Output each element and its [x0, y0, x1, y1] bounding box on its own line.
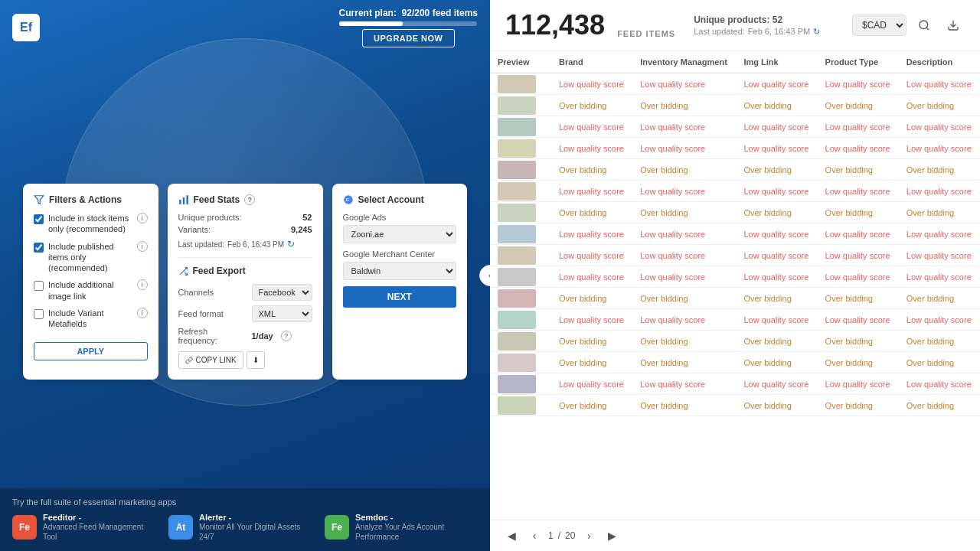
- plan-label: Current plan:: [339, 8, 397, 18]
- table-row: Low quality score Low quality score Low …: [490, 245, 980, 266]
- svg-text:G: G: [345, 197, 349, 202]
- app-text: Feeditor - Advanced Feed Management Tool: [43, 513, 150, 542]
- search-icon: [918, 19, 930, 31]
- right-feed-count: 112,438: [505, 9, 605, 41]
- svg-rect-2: [182, 197, 184, 204]
- stats-card-title: Feed Stats ?: [178, 194, 312, 205]
- description-cell: Low quality score: [899, 266, 980, 288]
- channels-select[interactable]: Facebook: [252, 284, 312, 301]
- img-link-cell: Low quality score: [736, 266, 817, 288]
- upgrade-button[interactable]: UPGRADE NOW: [362, 29, 454, 47]
- filter-info-icon[interactable]: i: [137, 241, 148, 252]
- description-cell: Low quality score: [899, 245, 980, 266]
- app-item[interactable]: Fe Feeditor - Advanced Feed Management T…: [12, 513, 150, 542]
- google-ads-select[interactable]: Zooni.ae: [343, 225, 457, 243]
- app-name: Semdoc -: [355, 513, 462, 522]
- app-item[interactable]: Fe Semdoc - Analyze Your Ads Account Per…: [325, 513, 462, 542]
- brand-cell: Over bidding: [551, 288, 632, 309]
- download-icon: [947, 19, 959, 31]
- filter-checkbox[interactable]: [34, 243, 44, 253]
- app-icon: Fe: [12, 515, 37, 540]
- filter-checkbox[interactable]: [34, 309, 44, 319]
- next-button[interactable]: NEXT: [343, 286, 457, 308]
- brand-cell: Over bidding: [551, 95, 632, 116]
- brand-cell: Over bidding: [551, 159, 632, 181]
- preview-cell: [490, 395, 551, 416]
- brand-cell: Low quality score: [551, 245, 632, 266]
- product-type-cell: Low quality score: [818, 309, 899, 331]
- right-unique-label: Unique products:: [694, 15, 769, 25]
- table-row: Low quality score Low quality score Low …: [490, 181, 980, 202]
- preview-cell: [490, 245, 551, 266]
- inventory-cell: Low quality score: [632, 309, 736, 331]
- preview-thumb: [498, 354, 536, 372]
- filter-option: Include in stock items only (recommended…: [34, 213, 148, 235]
- right-refresh-icon[interactable]: ↻: [813, 27, 820, 37]
- right-panel: 112,438 FEED ITEMS Unique products: 52 L…: [490, 0, 980, 551]
- brand-cell: Over bidding: [551, 202, 632, 223]
- app-text: Alerter - Monitor All Your Digital Asset…: [199, 513, 306, 542]
- last-page-button[interactable]: ▶: [603, 527, 621, 545]
- app-icon: At: [168, 515, 193, 540]
- right-header: 112,438 FEED ITEMS Unique products: 52 L…: [490, 0, 980, 51]
- inventory-cell: Over bidding: [632, 95, 736, 116]
- collapse-button[interactable]: ‹: [479, 265, 490, 286]
- right-feed-items-label: FEED ITEMS: [617, 29, 675, 38]
- variants-label: Variants:: [178, 225, 211, 234]
- table-column-header: Description: [899, 51, 980, 73]
- preview-thumb: [498, 246, 536, 265]
- stats-card: Feed Stats ? Unique products: 52 Variant…: [168, 184, 323, 380]
- filter-info-icon[interactable]: i: [137, 308, 148, 318]
- google-ads-label: Google Ads: [343, 213, 457, 222]
- table-header: PreviewBrandInventory ManagmentImg LinkP…: [490, 51, 980, 73]
- download-header-button[interactable]: [942, 14, 965, 37]
- preview-cell: [490, 331, 551, 352]
- currency-select[interactable]: $CAD $USD €EUR: [852, 15, 906, 36]
- filter-text: Include published items only (recommende…: [48, 241, 132, 274]
- img-link-cell: Over bidding: [736, 159, 817, 181]
- preview-thumb: [498, 375, 536, 393]
- product-type-cell: Over bidding: [818, 202, 899, 223]
- preview-cell: [490, 288, 551, 309]
- description-cell: Over bidding: [899, 331, 980, 352]
- copy-link-button[interactable]: COPY LINK: [178, 351, 243, 369]
- download-button[interactable]: ⬇: [247, 351, 265, 369]
- format-select[interactable]: XML: [252, 305, 312, 322]
- table-row: Low quality score Low quality score Low …: [490, 309, 980, 331]
- google-icon: G: [343, 194, 354, 205]
- product-type-cell: Over bidding: [818, 352, 899, 373]
- filter-checkbox[interactable]: [34, 214, 44, 224]
- link-icon: [185, 357, 193, 364]
- first-page-button[interactable]: ◀: [502, 527, 521, 545]
- filter-checkbox[interactable]: [34, 281, 44, 291]
- inventory-cell: Over bidding: [632, 331, 736, 352]
- preview-thumb: [498, 332, 536, 350]
- plan-info: Current plan: 92/200 feed items UPGRADE …: [339, 8, 478, 47]
- refresh-icon[interactable]: ↻: [287, 239, 295, 249]
- description-cell: Over bidding: [899, 288, 980, 309]
- filter-icon: [34, 194, 44, 205]
- preview-cell: [490, 266, 551, 288]
- right-unique-products: Unique products: 52: [694, 15, 820, 25]
- app-item[interactable]: At Alerter - Monitor All Your Digital As…: [168, 513, 306, 542]
- brand-cell: Low quality score: [551, 373, 632, 395]
- table-row: Low quality score Low quality score Low …: [490, 373, 980, 395]
- description-cell: Low quality score: [899, 116, 980, 138]
- stats-info-icon[interactable]: ?: [244, 194, 255, 205]
- apply-button[interactable]: APPLY: [34, 342, 148, 360]
- filter-info-icon[interactable]: i: [137, 279, 148, 290]
- img-link-cell: Low quality score: [736, 223, 817, 245]
- preview-cell: [490, 159, 551, 181]
- img-link-cell: Low quality score: [736, 138, 817, 159]
- filter-info-icon[interactable]: i: [137, 213, 148, 223]
- svg-rect-1: [179, 200, 181, 204]
- merchant-select[interactable]: Baldwin: [343, 262, 457, 280]
- prev-page-button[interactable]: ‹: [525, 527, 544, 545]
- search-button[interactable]: [913, 14, 936, 37]
- next-page-button[interactable]: ›: [580, 527, 598, 545]
- brand-cell: Over bidding: [551, 331, 632, 352]
- inventory-cell: Over bidding: [632, 395, 736, 416]
- preview-cell: [490, 202, 551, 223]
- table-row: Low quality score Low quality score Low …: [490, 73, 980, 95]
- refresh-info-icon[interactable]: ?: [281, 331, 292, 341]
